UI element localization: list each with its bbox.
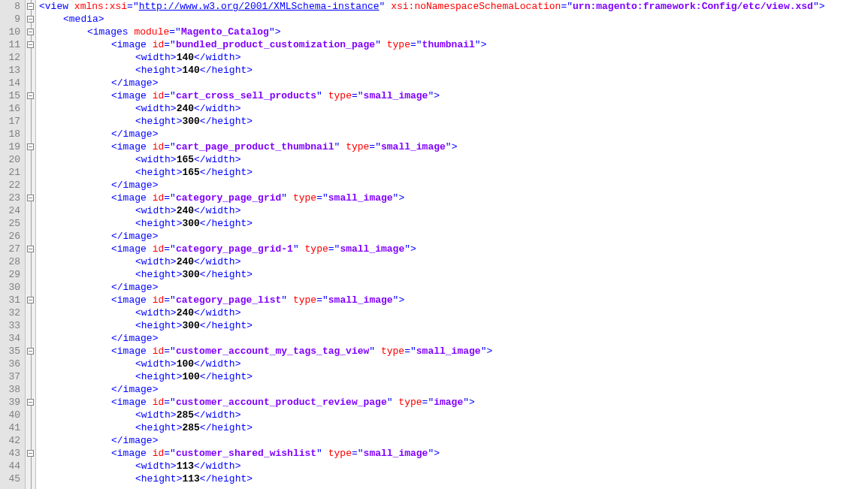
code-line[interactable]: <height>113</height> — [39, 472, 868, 485]
code-line[interactable]: <width>240</width> — [39, 204, 868, 217]
fold-toggle-icon[interactable] — [27, 143, 34, 150]
code-line[interactable]: <width>285</width> — [39, 409, 868, 421]
code-line[interactable]: <height>300</height> — [39, 268, 868, 281]
code-line[interactable]: <image id="customer_account_product_revi… — [39, 396, 868, 409]
fold-toggle-icon[interactable] — [27, 16, 34, 23]
code-line[interactable]: <width>240</width> — [39, 255, 868, 268]
code-line[interactable]: <view xmlns:xsi="http://www.w3.org/2001/… — [39, 0, 868, 13]
line-number: 13 — [5, 64, 20, 77]
line-number: 30 — [5, 281, 20, 294]
code-line[interactable]: <width>113</width> — [39, 460, 868, 472]
code-line[interactable]: </image> — [39, 383, 868, 396]
line-number: 35 — [5, 345, 20, 358]
code-line[interactable]: <width>165</width> — [39, 153, 868, 166]
code-line[interactable]: </image> — [39, 230, 868, 243]
line-number: 38 — [5, 383, 20, 396]
line-number: 24 — [5, 204, 20, 217]
code-line[interactable]: <media> — [39, 13, 868, 26]
fold-gutter[interactable] — [26, 0, 36, 489]
line-number: 42 — [5, 434, 20, 447]
line-number: 27 — [5, 243, 20, 255]
line-number: 18 — [5, 128, 20, 140]
line-number: 37 — [5, 370, 20, 383]
fold-toggle-icon[interactable] — [27, 246, 34, 252]
code-line[interactable]: <image id="customer_shared_wishlist" typ… — [39, 447, 868, 460]
line-number: 15 — [5, 89, 20, 102]
code-line[interactable]: </image> — [39, 332, 868, 345]
line-number: 23 — [5, 192, 20, 204]
line-number: 19 — [5, 140, 20, 153]
code-line[interactable]: </image> — [39, 128, 868, 140]
fold-toggle-icon[interactable] — [27, 399, 34, 406]
fold-toggle-icon[interactable] — [27, 29, 34, 35]
line-number: 11 — [5, 38, 20, 51]
line-number: 10 — [5, 26, 20, 38]
code-line[interactable]: </image> — [39, 179, 868, 192]
line-number: 29 — [5, 268, 20, 281]
code-line[interactable]: </image> — [39, 77, 868, 89]
line-number-gutter: 8910111213141516171819202122232425262728… — [0, 0, 26, 489]
code-area[interactable]: <view xmlns:xsi="http://www.w3.org/2001/… — [36, 0, 868, 489]
line-number: 44 — [5, 460, 20, 472]
code-line[interactable]: <image id="cart_cross_sell_products" typ… — [39, 89, 868, 102]
line-number: 22 — [5, 179, 20, 192]
fold-toggle-icon[interactable] — [27, 450, 34, 457]
fold-toggle-icon[interactable] — [27, 297, 34, 303]
code-line[interactable]: <width>240</width> — [39, 102, 868, 115]
line-number: 25 — [5, 217, 20, 230]
line-number: 9 — [5, 13, 20, 26]
line-number: 45 — [5, 472, 20, 485]
line-number: 12 — [5, 51, 20, 64]
code-line[interactable]: </image> — [39, 434, 868, 447]
line-number: 32 — [5, 306, 20, 319]
code-line[interactable]: <width>100</width> — [39, 358, 868, 370]
code-line[interactable]: <images module="Magento_Catalog"> — [39, 26, 868, 38]
code-line[interactable]: <image id="customer_account_my_tags_tag_… — [39, 345, 868, 358]
code-line[interactable]: <height>285</height> — [39, 421, 868, 434]
code-line[interactable]: <height>140</height> — [39, 64, 868, 77]
code-line[interactable]: <height>300</height> — [39, 217, 868, 230]
code-line[interactable]: </image> — [39, 281, 868, 294]
line-number: 17 — [5, 115, 20, 128]
line-number: 43 — [5, 447, 20, 460]
code-line[interactable]: <image id="category_page_grid-1" type="s… — [39, 243, 868, 255]
code-line[interactable]: <image id="category_page_list" type="sma… — [39, 294, 868, 306]
fold-toggle-icon[interactable] — [27, 348, 34, 355]
line-number: 21 — [5, 166, 20, 179]
line-number: 14 — [5, 77, 20, 89]
code-line[interactable]: <width>240</width> — [39, 306, 868, 319]
line-number: 26 — [5, 230, 20, 243]
line-number: 8 — [5, 0, 20, 13]
code-line[interactable]: <image id="category_page_grid" type="sma… — [39, 192, 868, 204]
line-number: 39 — [5, 396, 20, 409]
code-line[interactable]: <height>300</height> — [39, 115, 868, 128]
code-line[interactable]: <height>165</height> — [39, 166, 868, 179]
code-line[interactable]: <height>100</height> — [39, 370, 868, 383]
line-number: 31 — [5, 294, 20, 306]
line-number: 16 — [5, 102, 20, 115]
fold-toggle-icon[interactable] — [27, 92, 34, 99]
code-line[interactable]: <height>300</height> — [39, 319, 868, 332]
code-line[interactable]: <image id="bundled_product_customization… — [39, 38, 868, 51]
line-number: 40 — [5, 409, 20, 421]
code-line[interactable]: <image id="cart_page_product_thumbnail" … — [39, 140, 868, 153]
fold-toggle-icon[interactable] — [27, 41, 34, 48]
code-editor[interactable]: 8910111213141516171819202122232425262728… — [0, 0, 868, 489]
line-number: 34 — [5, 332, 20, 345]
line-number: 28 — [5, 255, 20, 268]
code-line[interactable]: <width>140</width> — [39, 51, 868, 64]
fold-toggle-icon[interactable] — [27, 3, 34, 10]
line-number: 33 — [5, 319, 20, 332]
line-number: 36 — [5, 358, 20, 370]
line-number: 41 — [5, 421, 20, 434]
fold-toggle-icon[interactable] — [27, 195, 34, 201]
line-number: 20 — [5, 153, 20, 166]
